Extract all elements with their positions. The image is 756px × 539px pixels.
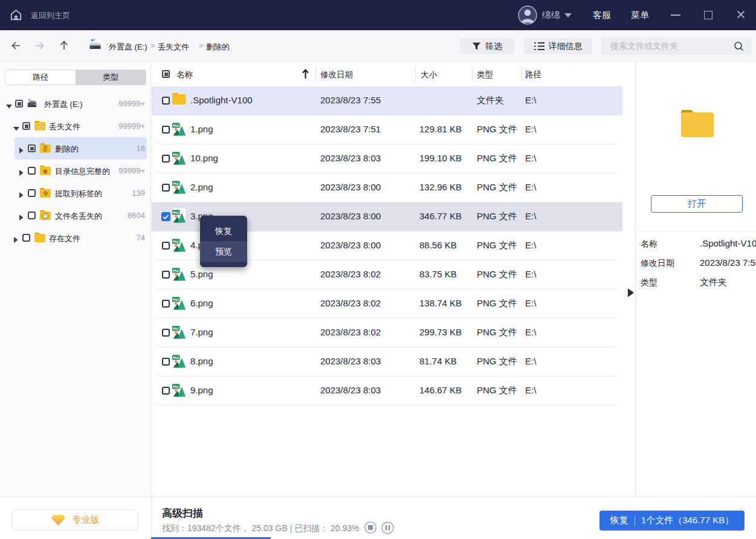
svg-text:PNG: PNG — [173, 356, 179, 360]
svg-text:PNG: PNG — [173, 211, 179, 215]
svg-text:?: ? — [44, 214, 47, 218]
svg-text:PNG: PNG — [173, 240, 179, 244]
svg-text:PNG: PNG — [173, 327, 179, 331]
svg-text:PNG: PNG — [173, 298, 179, 302]
svg-text:PNG: PNG — [173, 385, 179, 389]
svg-text:PNG: PNG — [173, 153, 179, 157]
svg-text:PNG: PNG — [173, 182, 179, 186]
svg-text:PNG: PNG — [173, 124, 179, 127]
svg-text:PNG: PNG — [173, 269, 179, 273]
